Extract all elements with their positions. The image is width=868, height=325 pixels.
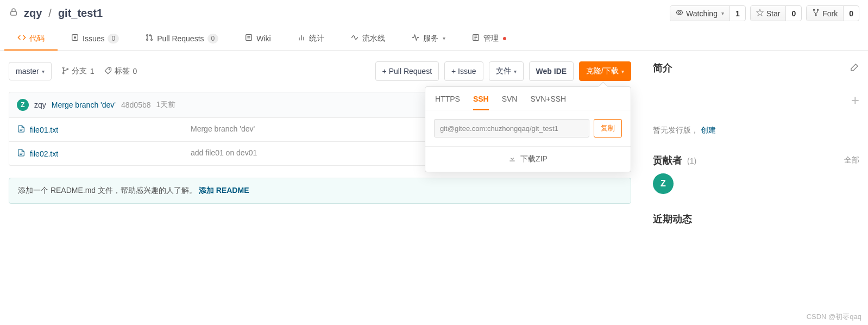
tab-stats[interactable]: 统计	[284, 26, 337, 50]
tab-wiki[interactable]: Wiki	[231, 26, 284, 50]
lock-icon	[9, 7, 18, 20]
caret-down-icon: ▾	[514, 68, 517, 74]
file-icon	[17, 124, 26, 135]
fork-icon	[812, 9, 820, 18]
avatar[interactable]: Z	[17, 99, 29, 111]
branch-icon	[61, 66, 70, 76]
add-button[interactable]: +	[851, 93, 859, 107]
wiki-icon	[244, 33, 253, 43]
clone-download-label: 克隆/下载	[586, 66, 619, 76]
star-label: Star	[766, 9, 781, 18]
clone-tab-svn[interactable]: SVN	[502, 95, 518, 110]
tab-code[interactable]: 代码	[4, 26, 58, 50]
tags-link[interactable]: 标签 0	[104, 66, 137, 76]
pipeline-icon	[350, 33, 359, 43]
tag-icon	[104, 66, 112, 76]
fork-label: Fork	[822, 9, 838, 18]
download-icon	[508, 155, 516, 164]
star-button[interactable]: Star 0	[750, 5, 802, 21]
create-release-link[interactable]: 创建	[701, 126, 716, 134]
file-icon	[17, 148, 26, 159]
pull-request-icon	[145, 33, 154, 43]
tab-services[interactable]: 服务 ▾	[398, 26, 458, 50]
svg-point-4	[817, 9, 819, 10]
star-count: 0	[786, 7, 801, 21]
branch-select[interactable]: master ▾	[9, 62, 52, 80]
notification-dot-icon	[503, 37, 506, 40]
contributors-count: (1)	[687, 157, 696, 165]
fork-button[interactable]: Fork 0	[806, 5, 859, 21]
svg-point-22	[62, 72, 64, 74]
readme-prompt: 添加一个 README.md 文件，帮助感兴趣的人了解。 添加 README	[9, 178, 631, 204]
clone-download-button[interactable]: 克隆/下载 ▾	[579, 61, 631, 81]
add-readme-link[interactable]: 添加 README	[199, 186, 249, 195]
watch-count: 1	[730, 7, 745, 21]
contributor-avatar[interactable]: Z	[653, 173, 674, 194]
services-icon	[411, 33, 420, 43]
tab-manage-label: 管理	[483, 34, 499, 43]
branches-label: 分支	[72, 66, 87, 76]
file-link[interactable]: file01.txt	[9, 118, 183, 141]
caret-down-icon: ▾	[721, 10, 724, 16]
branch-select-label: master	[16, 67, 39, 76]
copy-button[interactable]: 复制	[594, 119, 622, 138]
new-issue-button[interactable]: + Issue	[444, 61, 483, 81]
clone-tab-ssh[interactable]: SSH	[473, 95, 489, 110]
separator: /	[48, 7, 52, 20]
code-icon	[17, 33, 26, 43]
tab-services-label: 服务	[423, 34, 438, 43]
svg-point-24	[109, 69, 110, 70]
eye-icon	[676, 9, 683, 18]
tab-wiki-label: Wiki	[256, 34, 271, 43]
branches-link[interactable]: 分支 1	[61, 66, 95, 76]
clone-tab-https[interactable]: HTTPS	[435, 95, 460, 110]
svg-rect-0	[11, 11, 17, 15]
download-zip-button[interactable]: 下载ZIP	[425, 146, 631, 172]
tab-issues-count: 0	[108, 34, 119, 43]
file-link[interactable]: file02.txt	[9, 142, 183, 165]
repo-name[interactable]: git_test1	[58, 7, 103, 20]
web-ide-button[interactable]: Web IDE	[529, 61, 574, 81]
contributors-heading: 贡献者 (1)	[653, 154, 696, 167]
files-dropdown[interactable]: 文件 ▾	[489, 61, 524, 81]
tab-pipeline-label: 流水线	[362, 34, 385, 43]
clone-url-input[interactable]	[434, 119, 589, 138]
commit-hash[interactable]: 48d05b8	[121, 101, 151, 109]
manage-icon	[471, 33, 480, 43]
clone-tab-svn-ssh[interactable]: SVN+SSH	[530, 95, 566, 110]
tags-count: 0	[133, 67, 137, 76]
branches-count: 1	[90, 67, 95, 76]
clone-panel: HTTPS SSH SVN SVN+SSH 复制 下载ZIP	[425, 86, 631, 172]
file-name-label: file01.txt	[30, 126, 58, 134]
repo-tabs: 代码 Issues 0 Pull Requests 0 Wiki 统计 流水线 …	[0, 26, 868, 51]
edit-intro-button[interactable]	[850, 62, 859, 74]
commit-author[interactable]: zqy	[34, 101, 46, 109]
watch-button[interactable]: Watching ▾ 1	[670, 5, 746, 21]
tab-code-label: 代码	[29, 34, 45, 43]
files-dropdown-label: 文件	[496, 66, 511, 76]
contributors-all-link[interactable]: 全部	[844, 155, 859, 165]
svg-point-7	[74, 37, 76, 39]
repo-actions: Watching ▾ 1 Star 0 Fork 0	[670, 5, 859, 21]
commit-time: 1天前	[156, 100, 176, 110]
svg-point-9	[147, 39, 148, 41]
repo-owner[interactable]: zqy	[24, 7, 42, 20]
issues-icon	[71, 33, 79, 43]
tab-pr-label: Pull Requests	[157, 34, 204, 43]
new-pull-request-button[interactable]: + Pull Request	[375, 61, 439, 81]
readme-prompt-text: 添加一个 README.md 文件，帮助感兴趣的人了解。	[18, 186, 197, 195]
watch-label: Watching	[686, 9, 718, 18]
caret-down-icon: ▾	[42, 68, 45, 74]
svg-point-10	[151, 39, 153, 41]
no-release-text: 暂无发行版，	[653, 126, 699, 134]
tab-manage[interactable]: 管理	[458, 26, 519, 50]
tab-issues[interactable]: Issues 0	[58, 26, 132, 50]
svg-point-5	[815, 15, 816, 16]
repo-title: zqy / git_test1	[9, 7, 103, 20]
caret-down-icon: ▾	[443, 35, 445, 41]
svg-marker-2	[757, 9, 763, 16]
commit-message[interactable]: Merge branch 'dev'	[52, 101, 116, 109]
tab-pipeline[interactable]: 流水线	[337, 26, 398, 50]
svg-point-8	[147, 35, 148, 36]
tab-pull-requests[interactable]: Pull Requests 0	[132, 26, 231, 50]
